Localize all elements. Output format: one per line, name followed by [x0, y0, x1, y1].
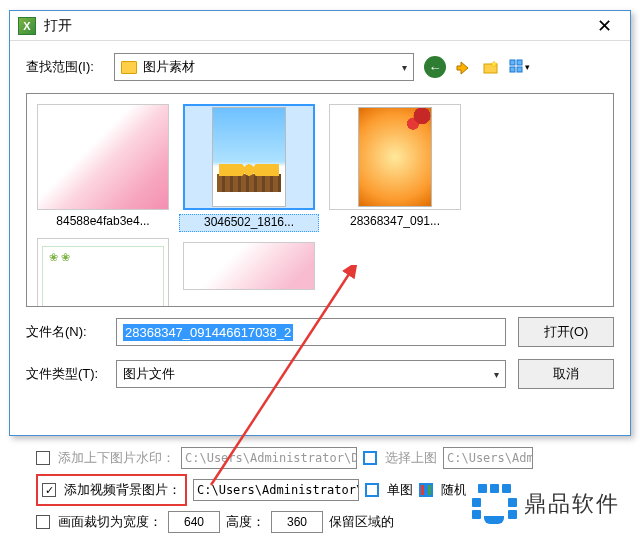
file-thumb[interactable]: 84588e4fab3e4... [33, 104, 173, 232]
random-image-icon[interactable] [419, 483, 433, 497]
file-thumb[interactable]: 3046502_1816... [179, 104, 319, 232]
dialog-title: 打开 [44, 17, 586, 35]
titlebar: 打开 ✕ [10, 11, 630, 41]
views-icon[interactable]: ▾ [508, 56, 530, 78]
look-in-row: 查找范围(I): 图片素材 ▾ ← ▾ [10, 41, 630, 93]
chevron-down-icon: ▾ [402, 62, 407, 73]
highlight-box: 添加视频背景图片： [36, 474, 187, 506]
select-image-icon[interactable] [363, 451, 377, 465]
watermark: 鼎品软件 [466, 478, 626, 530]
file-thumb[interactable]: QQ截图 20220415133431 [33, 238, 173, 307]
single-image-label: 单图 [387, 481, 413, 499]
file-thumb[interactable]: 28368347_091... [325, 104, 465, 232]
file-name: 84588e4fab3e4... [33, 214, 173, 230]
file-name: 28368347_091... [325, 214, 465, 230]
current-folder: 图片素材 [143, 58, 195, 76]
bg-path-input[interactable]: C:\Users\Administrator\ [193, 479, 359, 501]
back-icon[interactable]: ← [424, 56, 446, 78]
folder-icon [121, 61, 137, 74]
look-in-combo[interactable]: 图片素材 ▾ [114, 53, 414, 81]
file-thumb[interactable] [179, 242, 319, 307]
filetype-combo[interactable]: 图片文件 ▾ [116, 360, 506, 388]
checkbox-bg-image[interactable] [42, 483, 56, 497]
watermark-logo [472, 482, 516, 526]
filename-input[interactable]: 28368347_091446617038_2 [116, 318, 506, 346]
watermark-label: 添加上下图片水印： [58, 449, 175, 467]
file-name: 3046502_1816... [179, 214, 319, 232]
watermark-text: 鼎品软件 [524, 489, 620, 519]
height-input[interactable]: 360 [271, 511, 323, 533]
close-button[interactable]: ✕ [586, 14, 622, 38]
height-label: 高度： [226, 513, 265, 531]
svg-rect-1 [510, 60, 515, 65]
path-input-2[interactable]: C:\Users\Admi [443, 447, 533, 469]
open-file-dialog: 打开 ✕ 查找范围(I): 图片素材 ▾ ← ▾ 84 [9, 10, 631, 436]
keep-region-label: 保留区域的 [329, 513, 394, 531]
cancel-button[interactable]: 取消 [518, 359, 614, 389]
single-image-icon[interactable] [365, 483, 379, 497]
up-one-level-icon[interactable] [452, 56, 474, 78]
svg-rect-3 [510, 67, 515, 72]
filetype-label: 文件类型(T): [26, 365, 104, 383]
crop-width-label: 画面裁切为宽度： [58, 513, 162, 531]
new-folder-icon[interactable] [480, 56, 502, 78]
width-input[interactable]: 640 [168, 511, 220, 533]
toolbar-icons: ← ▾ [424, 56, 530, 78]
open-button[interactable]: 打开(O) [518, 317, 614, 347]
chevron-down-icon: ▾ [494, 369, 499, 380]
look-in-label: 查找范围(I): [26, 58, 104, 76]
checkbox-watermark[interactable] [36, 451, 50, 465]
path-input[interactable]: C:\Users\Administrator\Deskto [181, 447, 357, 469]
file-list-pane[interactable]: 84588e4fab3e4... 3046502_1816... 2836834… [26, 93, 614, 307]
filename-label: 文件名(N): [26, 323, 104, 341]
svg-rect-2 [517, 60, 522, 65]
bg-image-label: 添加视频背景图片： [64, 481, 181, 499]
app-icon [18, 17, 36, 35]
svg-rect-4 [517, 67, 522, 72]
checkbox-crop[interactable] [36, 515, 50, 529]
